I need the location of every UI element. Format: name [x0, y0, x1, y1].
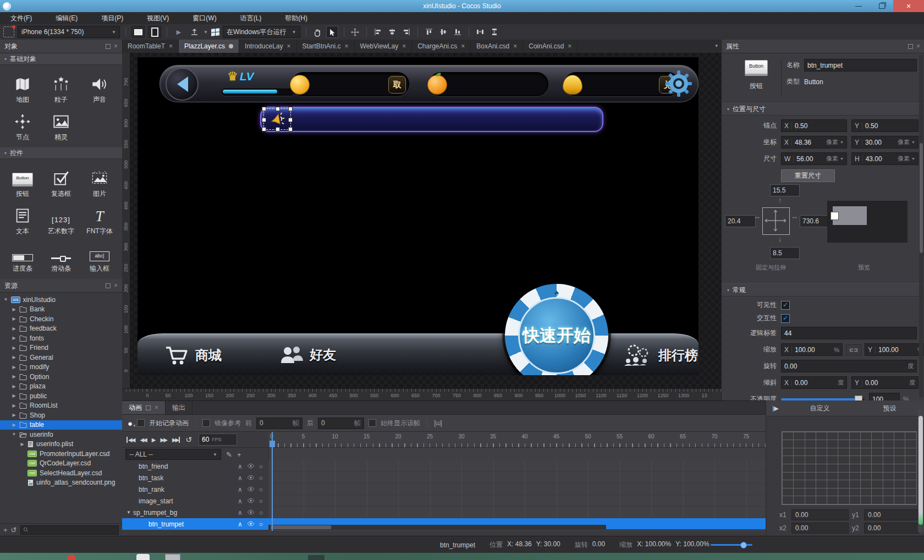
- tab-BoxAni.csd[interactable]: BoxAni.csd×: [471, 40, 523, 53]
- properties-scrollbar[interactable]: [919, 55, 923, 397]
- float-panel-icon[interactable]: [106, 44, 111, 49]
- hand-tool-button[interactable]: [312, 26, 323, 37]
- tab-StartBtnAni.c[interactable]: StartBtnAni.c×: [297, 40, 355, 53]
- lock-icon[interactable]: ○: [259, 486, 263, 493]
- tree-item-PromoterInputLayer.csd[interactable]: csdPromoterInputLayer.csd: [0, 449, 122, 459]
- selection-handle[interactable]: [262, 107, 266, 111]
- x2-input[interactable]: 0.00: [791, 523, 849, 534]
- trumpet-button-selected[interactable]: [263, 108, 291, 130]
- lock-icon[interactable]: ○: [259, 497, 263, 505]
- refresh-resources-button[interactable]: ↺: [11, 526, 17, 534]
- palette-item-输入框[interactable]: abc|输入框: [80, 237, 119, 274]
- resource-search-input[interactable]: [20, 525, 119, 535]
- palette-item-FNT字体[interactable]: TFNT字体: [80, 200, 119, 237]
- layer-track[interactable]: [268, 484, 766, 495]
- expand-icon[interactable]: ▶: [12, 393, 16, 398]
- move-up-icon[interactable]: ∧: [238, 486, 243, 493]
- tree-item-xinUIstudio[interactable]: ▼ccsxinUIstudio: [0, 295, 122, 305]
- expand-icon[interactable]: ▶: [12, 307, 16, 312]
- size-w-input[interactable]: W56.00 像素▼: [781, 152, 847, 165]
- tree-item-RoomList[interactable]: ▶RoomList: [0, 401, 122, 411]
- playhead[interactable]: [272, 432, 273, 531]
- move-up-icon[interactable]: ∧: [238, 463, 243, 470]
- tree-item-Shop[interactable]: ▶Shop: [0, 410, 122, 420]
- expand-icon[interactable]: ▶: [12, 413, 16, 418]
- palette-item-艺术数字[interactable]: [123]艺术数字: [42, 200, 80, 237]
- tab-animation[interactable]: 动画 ×: [122, 401, 166, 414]
- close-tab-icon[interactable]: ×: [568, 42, 571, 50]
- publish-button[interactable]: [188, 26, 200, 37]
- device-resolution-select[interactable]: iPhone 6(1334 * 750) ▼: [18, 26, 120, 38]
- move-up-icon[interactable]: ∧: [238, 509, 243, 517]
- new-project-button[interactable]: [3, 26, 14, 37]
- record-animation-checkbox[interactable]: [137, 419, 145, 427]
- tree-item-fonts[interactable]: ▶fonts: [0, 333, 122, 343]
- tabbar-collapse-icon[interactable]: ▾: [715, 43, 718, 48]
- before-frames-input[interactable]: 0帧: [256, 418, 302, 429]
- close-panel-icon[interactable]: ×: [916, 42, 920, 50]
- margin-bottom-input[interactable]: 8.5: [770, 247, 800, 259]
- align-right-button[interactable]: [401, 26, 412, 37]
- section-position-size[interactable]: ▾ 位置与尺寸: [722, 102, 924, 116]
- float-panel-icon[interactable]: [106, 283, 111, 288]
- record-icon[interactable]: ●+: [128, 419, 133, 428]
- interactive-checkbox[interactable]: ✓: [781, 314, 790, 323]
- tree-item-modify[interactable]: ▶modify: [0, 363, 122, 372]
- add-resource-button[interactable]: +: [3, 526, 8, 534]
- section-header-0[interactable]: ▾基础对象: [0, 53, 122, 65]
- close-tab-icon[interactable]: ×: [513, 42, 517, 50]
- tree-item-QrCodeLayer.csd[interactable]: csdQrCodeLayer.csd: [0, 459, 122, 469]
- lock-icon[interactable]: ○: [259, 509, 263, 517]
- expand-panel-icon[interactable]: |▶: [766, 405, 785, 412]
- tab-IntroduceLay[interactable]: IntroduceLay×: [239, 40, 296, 53]
- align-middle-vertical-button[interactable]: [438, 26, 449, 37]
- palette-item-粒子[interactable]: 粒子: [42, 68, 80, 106]
- menu-item-3[interactable]: 视图(V): [139, 14, 177, 23]
- close-panel-icon[interactable]: ×: [155, 404, 158, 411]
- tag-input[interactable]: 44: [781, 327, 917, 339]
- expand-icon[interactable]: ▶: [12, 336, 16, 341]
- margin-left-input[interactable]: 20.4: [725, 215, 756, 227]
- visible-checkbox[interactable]: ✓: [781, 301, 790, 310]
- unit-dropdown-icon[interactable]: ▼: [911, 140, 915, 144]
- edit-animation-icon[interactable]: ✎: [226, 451, 232, 459]
- selection-handle[interactable]: [288, 118, 293, 122]
- palette-item-复选框[interactable]: 复选框: [42, 162, 80, 200]
- anchor-x-input[interactable]: X0.50: [781, 119, 847, 132]
- scale-x-input[interactable]: X100.00%: [781, 343, 843, 356]
- section-header-1[interactable]: ▾控件: [0, 147, 122, 159]
- tab-CoinAni.csd[interactable]: CoinAni.csd×: [523, 40, 578, 53]
- timeline-row-btn_friend[interactable]: btn_friend∧○: [122, 460, 766, 472]
- menu-item-1[interactable]: 编辑(E): [47, 14, 86, 23]
- close-panel-icon[interactable]: ×: [114, 42, 118, 50]
- next-frame-button[interactable]: ▶▶: [160, 437, 166, 443]
- add-animation-icon[interactable]: +: [237, 451, 241, 459]
- stretch-center-box[interactable]: [762, 207, 790, 235]
- tree-item-feedback[interactable]: ▶feedback: [0, 324, 122, 334]
- coord-x-input[interactable]: X48.36 像素▼: [781, 136, 847, 149]
- menu-item-0[interactable]: 文件(F): [2, 14, 40, 23]
- play-button[interactable]: ▶: [173, 26, 185, 37]
- eye-icon[interactable]: [247, 497, 255, 505]
- expand-icon[interactable]: ▶: [12, 316, 16, 321]
- landscape-orientation-button[interactable]: [131, 26, 145, 38]
- size-h-input[interactable]: H43.00 像素▼: [851, 152, 919, 165]
- timeline-row-image_start[interactable]: image_start∧○: [122, 495, 766, 507]
- skew-y-input[interactable]: Y0.00度: [851, 376, 919, 389]
- eye-icon[interactable]: [247, 474, 255, 482]
- expand-icon[interactable]: ▶: [12, 422, 16, 427]
- selection-handle[interactable]: [262, 118, 266, 122]
- unit-dropdown-icon[interactable]: ▼: [840, 157, 844, 161]
- close-tab-icon[interactable]: ×: [461, 42, 465, 50]
- tree-item-SelectHeadLayer.csd[interactable]: csdSelectHeadLayer.csd: [0, 468, 122, 478]
- timeline-hscrollbar[interactable]: [268, 525, 606, 530]
- collapse-icon[interactable]: ▼: [3, 297, 8, 302]
- layer-track[interactable]: [268, 472, 766, 484]
- tree-item-userinfo.plist[interactable]: ▶userinfo.plist: [0, 440, 122, 449]
- restore-button[interactable]: [870, 0, 893, 12]
- float-panel-icon[interactable]: [146, 405, 151, 410]
- close-tab-icon[interactable]: ×: [287, 42, 290, 50]
- align-bottom-button[interactable]: [452, 26, 463, 37]
- distribute-horizontal-button[interactable]: [475, 26, 486, 37]
- palette-item-文本[interactable]: 文本: [3, 200, 42, 237]
